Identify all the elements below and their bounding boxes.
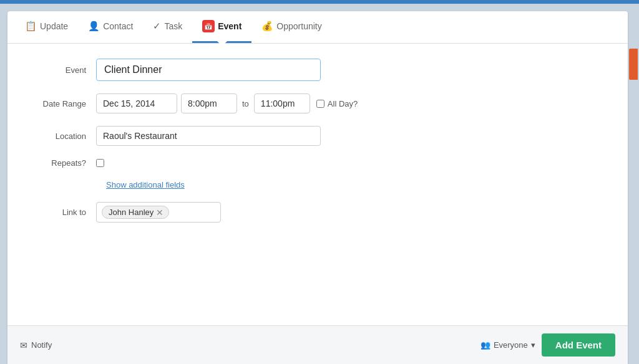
tab-update[interactable]: 📋 Update	[15, 11, 78, 43]
footer-right: 👥 Everyone ▾ Add Event	[480, 333, 615, 357]
event-row: Event	[27, 59, 608, 81]
all-day-checkbox[interactable]	[316, 100, 324, 108]
date-range-label: Date Range	[27, 99, 96, 108]
task-icon: ✓	[153, 21, 161, 32]
link-to-row: Link to John Hanley ✕	[27, 202, 608, 223]
time-end-input[interactable]	[254, 93, 310, 113]
form-card: Event Date Range to All Day? Location	[7, 44, 628, 325]
contact-icon: 👤	[88, 21, 100, 32]
everyone-button[interactable]: 👥 Everyone ▾	[480, 340, 535, 350]
tab-task-label: Task	[164, 21, 182, 31]
tab-bar: 📋 Update 👤 Contact ✓ Task 📅 Event 💰 Oppo…	[7, 11, 628, 44]
show-additional-fields-button[interactable]: Show additional fields	[106, 180, 185, 189]
main-panel: 📋 Update 👤 Contact ✓ Task 📅 Event 💰 Oppo…	[7, 11, 628, 364]
repeats-label: Repeats?	[27, 158, 96, 168]
tab-opportunity[interactable]: 💰 Opportunity	[251, 11, 331, 43]
event-label: Event	[27, 65, 96, 75]
location-label: Location	[27, 132, 96, 141]
footer-bar: ✉ Notify 👥 Everyone ▾ Add Event	[7, 325, 628, 364]
update-icon: 📋	[25, 21, 37, 32]
notify-section: ✉ Notify	[20, 340, 52, 350]
tab-opportunity-label: Opportunity	[276, 21, 321, 31]
link-to-label: Link to	[27, 208, 96, 217]
right-sidebar	[628, 11, 639, 364]
location-input[interactable]	[96, 126, 321, 146]
to-separator: to	[242, 99, 249, 108]
notify-icon: ✉	[20, 340, 27, 350]
everyone-label: Everyone	[494, 340, 528, 350]
add-event-button[interactable]: Add Event	[542, 333, 615, 357]
all-day-text: All Day?	[328, 99, 358, 108]
all-day-label[interactable]: All Day?	[316, 99, 358, 108]
linked-person-tag: John Hanley ✕	[102, 206, 169, 219]
tab-event-label: Event	[218, 21, 241, 31]
notify-label: Notify	[31, 340, 52, 350]
opportunity-icon: 💰	[261, 21, 273, 32]
tab-contact-label: Contact	[103, 21, 133, 31]
location-row: Location	[27, 126, 608, 146]
date-input[interactable]	[96, 93, 177, 113]
event-calendar-icon: 📅	[202, 20, 215, 32]
event-input[interactable]	[96, 59, 321, 81]
repeats-row: Repeats?	[27, 158, 608, 168]
remove-tag-button[interactable]: ✕	[156, 208, 163, 217]
tab-task[interactable]: ✓ Task	[143, 11, 192, 43]
tab-contact[interactable]: 👤 Contact	[78, 11, 143, 43]
date-range-row: Date Range to All Day?	[27, 93, 608, 113]
tab-event[interactable]: 📅 Event	[192, 11, 251, 43]
linked-person-name: John Hanley	[109, 208, 154, 217]
sidebar-tab-1[interactable]	[629, 49, 638, 80]
everyone-people-icon: 👥	[480, 340, 490, 350]
link-to-field[interactable]: John Hanley ✕	[96, 202, 221, 223]
repeats-checkbox[interactable]	[96, 159, 104, 167]
tab-update-label: Update	[40, 21, 68, 31]
time-start-input[interactable]	[181, 93, 237, 113]
chevron-down-icon: ▾	[531, 340, 535, 350]
